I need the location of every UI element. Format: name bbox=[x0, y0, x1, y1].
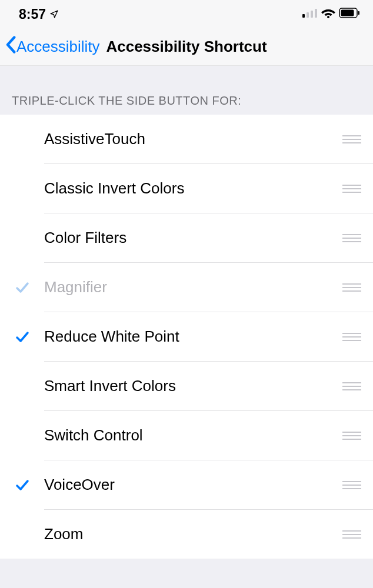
back-label: Accessibility bbox=[16, 38, 100, 56]
row-switch-control[interactable]: Switch Control bbox=[0, 411, 373, 460]
shortcut-list: AssistiveTouch Classic Invert Colors Col… bbox=[0, 115, 373, 559]
row-label: Classic Invert Colors bbox=[44, 179, 341, 198]
time-text: 8:57 bbox=[19, 6, 46, 22]
row-label: AssistiveTouch bbox=[44, 130, 341, 148]
drag-handle-icon[interactable] bbox=[341, 234, 362, 242]
svg-rect-2 bbox=[311, 11, 313, 18]
checkmark-icon bbox=[15, 479, 29, 492]
drag-handle-icon[interactable] bbox=[341, 135, 362, 143]
page-title: Accessibility Shortcut bbox=[106, 38, 267, 56]
chevron-left-icon bbox=[5, 36, 16, 58]
drag-handle-icon[interactable] bbox=[341, 481, 362, 489]
cellular-signal-icon bbox=[302, 8, 318, 20]
battery-icon bbox=[339, 8, 360, 21]
status-time: 8:57 bbox=[19, 6, 59, 22]
row-reduce-white-point[interactable]: Reduce White Point bbox=[0, 312, 373, 361]
row-label: Switch Control bbox=[44, 426, 341, 445]
status-bar: 8:57 bbox=[0, 0, 373, 28]
check-slot bbox=[0, 330, 44, 343]
row-magnifier[interactable]: Magnifier bbox=[0, 263, 373, 312]
row-label: Color Filters bbox=[44, 229, 341, 247]
nav-bar: Accessibility Accessibility Shortcut bbox=[0, 28, 373, 66]
svg-rect-6 bbox=[341, 10, 354, 16]
svg-rect-3 bbox=[315, 9, 317, 18]
row-zoom[interactable]: Zoom bbox=[0, 510, 373, 559]
drag-handle-icon[interactable] bbox=[341, 432, 362, 440]
status-icons bbox=[302, 8, 360, 21]
row-label: Reduce White Point bbox=[44, 328, 341, 346]
wifi-icon bbox=[321, 8, 335, 21]
drag-handle-icon[interactable] bbox=[341, 530, 362, 539]
row-color-filters[interactable]: Color Filters bbox=[0, 213, 373, 262]
svg-rect-7 bbox=[358, 11, 360, 15]
check-slot bbox=[0, 479, 44, 492]
drag-handle-icon[interactable] bbox=[341, 333, 362, 341]
location-services-icon bbox=[49, 6, 59, 22]
row-label: Smart Invert Colors bbox=[44, 377, 341, 395]
row-smart-invert-colors[interactable]: Smart Invert Colors bbox=[0, 362, 373, 410]
row-assistivetouch[interactable]: AssistiveTouch bbox=[0, 115, 373, 163]
checkmark-icon bbox=[15, 330, 29, 343]
row-label: VoiceOver bbox=[44, 476, 341, 494]
drag-handle-icon[interactable] bbox=[341, 185, 362, 193]
row-classic-invert-colors[interactable]: Classic Invert Colors bbox=[0, 164, 373, 213]
check-slot bbox=[0, 281, 44, 294]
svg-rect-0 bbox=[302, 14, 305, 18]
drag-handle-icon[interactable] bbox=[341, 382, 362, 390]
svg-rect-1 bbox=[307, 12, 309, 18]
row-label: Magnifier bbox=[44, 278, 341, 296]
row-voiceover[interactable]: VoiceOver bbox=[0, 460, 373, 509]
checkmark-icon bbox=[15, 281, 29, 294]
back-button[interactable]: Accessibility bbox=[0, 36, 100, 58]
svg-point-4 bbox=[327, 16, 329, 18]
row-label: Zoom bbox=[44, 525, 341, 543]
section-header: TRIPLE-CLICK THE SIDE BUTTON FOR: bbox=[0, 66, 373, 115]
drag-handle-icon[interactable] bbox=[341, 283, 362, 292]
